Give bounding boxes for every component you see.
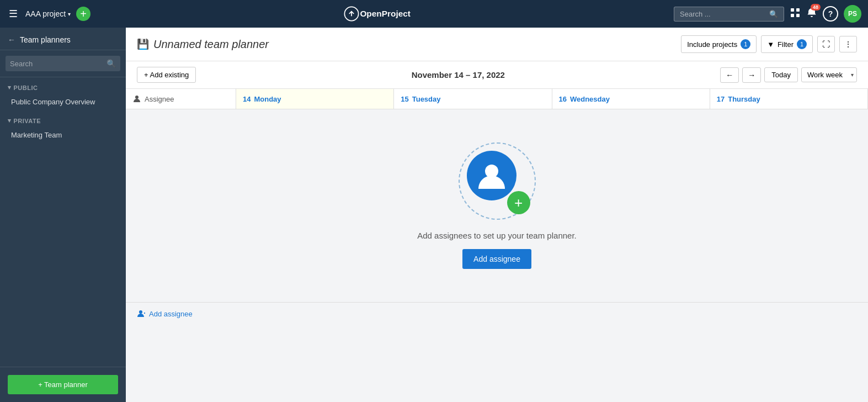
calendar-day-wednesday: 16 Wednesday xyxy=(552,89,710,109)
sidebar-header: ← Team planners xyxy=(0,28,126,50)
next-period-button[interactable]: → xyxy=(742,67,761,83)
top-navigation: ☰ AAA project ▾ + OpenProject 🔍 48 ? PS xyxy=(0,0,868,28)
sidebar-search-container: 🔍 xyxy=(0,50,126,77)
bottom-add-assignee-link[interactable]: Add assignee xyxy=(137,309,857,318)
empty-add-icon: + xyxy=(507,191,530,214)
include-projects-label: Include projects xyxy=(687,40,737,49)
empty-icon-wrapper: + xyxy=(459,142,536,220)
sidebar: ← Team planners 🔍 ▾ PUBLIC Public Compan… xyxy=(0,28,126,402)
user-svg xyxy=(476,160,507,191)
grid-icon[interactable] xyxy=(790,7,801,21)
header-actions: Include projects 1 ▼ Filter 1 ⛶ ⋮ xyxy=(681,35,857,53)
project-name-label: AAA project xyxy=(25,9,66,18)
public-section-text: PUBLIC xyxy=(14,84,38,91)
search-icon: 🔍 xyxy=(769,10,778,18)
monday-name: Monday xyxy=(254,95,281,103)
calendar-day-monday: 14 Monday xyxy=(236,89,394,109)
svg-rect-4 xyxy=(791,14,794,17)
prev-period-button[interactable]: ← xyxy=(720,67,739,83)
calendar-toolbar: + Add existing November 14 – 17, 2022 ← … xyxy=(126,61,868,89)
app-layout: ← Team planners 🔍 ▾ PUBLIC Public Compan… xyxy=(0,28,868,402)
tuesday-num: 15 xyxy=(401,95,408,103)
svg-text:OpenProject: OpenProject xyxy=(360,9,411,18)
notification-badge: 48 xyxy=(811,4,821,10)
main-content: 💾 Unnamed team planner Include projects … xyxy=(126,28,868,402)
hamburger-menu[interactable]: ☰ xyxy=(7,6,20,22)
private-section-text: PRIVATE xyxy=(14,118,41,124)
sidebar-search-icon: 🔍 xyxy=(106,59,116,68)
monday-num: 14 xyxy=(243,95,251,103)
add-existing-button[interactable]: + Add existing xyxy=(137,67,196,83)
calendar-container: Assignee 14 Monday 15 Tuesday 16 Wednesd… xyxy=(126,89,868,402)
today-button[interactable]: Today xyxy=(764,67,798,82)
filter-label: Filter xyxy=(778,40,794,49)
svg-point-8 xyxy=(139,310,142,314)
project-selector[interactable]: AAA project ▾ xyxy=(25,9,71,18)
workweek-selector-wrapper: Work week Week ▾ xyxy=(801,67,857,82)
workweek-selector[interactable]: Work week Week xyxy=(801,67,857,82)
sidebar-footer: + Team planner xyxy=(0,367,126,402)
top-nav-right-actions: 🔍 48 ? PS xyxy=(674,5,861,23)
thursday-name: Thursday xyxy=(728,95,760,103)
page-header: 💾 Unnamed team planner Include projects … xyxy=(126,28,868,61)
more-options-button[interactable]: ⋮ xyxy=(839,36,857,52)
sidebar-search-input[interactable] xyxy=(10,60,103,68)
bottom-add-assignee-row: Add assignee xyxy=(126,302,868,325)
add-project-button[interactable]: + xyxy=(76,7,90,21)
avatar[interactable]: PS xyxy=(844,5,861,23)
include-projects-button[interactable]: Include projects 1 xyxy=(681,35,757,53)
thursday-num: 17 xyxy=(717,95,725,103)
section-caret-icon: ▾ xyxy=(8,84,12,91)
save-icon: 💾 xyxy=(137,38,149,50)
global-search-input[interactable] xyxy=(680,10,766,18)
add-team-planner-button[interactable]: + Team planner xyxy=(8,375,118,394)
assignee-header-label: Assignee xyxy=(145,95,174,103)
private-section-label[interactable]: ▾ PRIVATE xyxy=(0,110,126,126)
svg-rect-2 xyxy=(791,8,794,12)
section-caret-icon-private: ▾ xyxy=(8,117,12,124)
empty-state: + Add assignees to set up your team plan… xyxy=(126,109,868,302)
project-caret-icon: ▾ xyxy=(68,11,71,17)
app-logo: OpenProject xyxy=(96,6,668,22)
filter-icon: ▼ xyxy=(767,40,774,49)
add-assignee-empty-state-button[interactable]: Add assignee xyxy=(462,249,531,269)
svg-rect-3 xyxy=(796,8,800,12)
wednesday-num: 16 xyxy=(559,95,567,103)
sidebar-search-box[interactable]: 🔍 xyxy=(6,56,120,71)
include-projects-badge: 1 xyxy=(741,39,750,49)
filter-button[interactable]: ▼ Filter 1 xyxy=(761,35,813,53)
empty-user-icon xyxy=(467,151,516,200)
svg-point-6 xyxy=(135,96,139,99)
notification-icon[interactable]: 48 xyxy=(806,7,817,21)
svg-rect-5 xyxy=(796,14,800,17)
sidebar-item-marketing-team[interactable]: Marketing Team xyxy=(0,126,126,144)
bottom-add-assignee-icon xyxy=(137,309,146,318)
calendar-day-thursday: 17 Thursday xyxy=(710,89,868,109)
sidebar-item-public-company-overview[interactable]: Public Company Overview xyxy=(0,93,126,110)
help-icon[interactable]: ? xyxy=(823,6,838,22)
global-search-box[interactable]: 🔍 xyxy=(674,7,784,22)
page-title: Unnamed team planner xyxy=(153,38,269,51)
empty-state-text: Add assignees to set up your team planne… xyxy=(417,231,577,240)
filter-badge: 1 xyxy=(797,39,807,49)
wednesday-name: Wednesday xyxy=(570,95,610,103)
page-title-row: 💾 Unnamed team planner xyxy=(137,38,269,51)
calendar-header-row: Assignee 14 Monday 15 Tuesday 16 Wednesd… xyxy=(126,89,868,109)
calendar-nav-controls: ← → Today Work week Week ▾ xyxy=(720,67,857,83)
bottom-add-assignee-label: Add assignee xyxy=(149,310,193,318)
assignee-column-header: Assignee xyxy=(126,89,236,109)
date-range-label: November 14 – 17, 2022 xyxy=(412,70,505,80)
sidebar-title: Team planners xyxy=(20,35,71,44)
fullscreen-button[interactable]: ⛶ xyxy=(817,36,835,52)
public-section-label[interactable]: ▾ PUBLIC xyxy=(0,77,126,93)
tuesday-name: Tuesday xyxy=(412,95,441,103)
back-icon[interactable]: ← xyxy=(8,35,15,44)
calendar-day-tuesday: 15 Tuesday xyxy=(394,89,552,109)
